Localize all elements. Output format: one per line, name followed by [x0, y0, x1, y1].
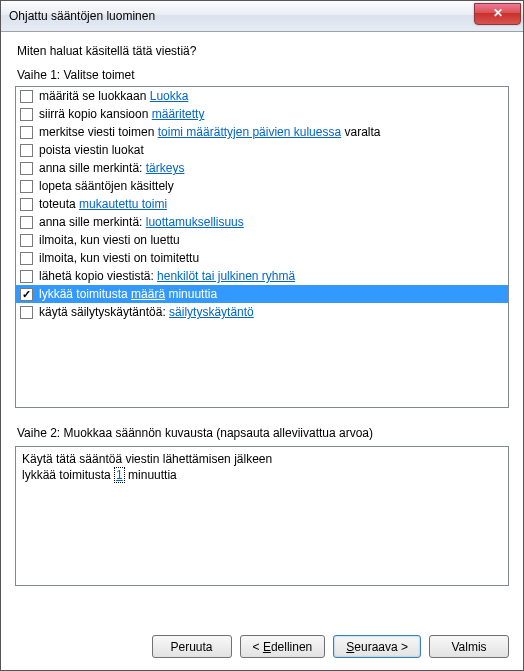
action-checkbox[interactable]: [20, 180, 33, 193]
dialog-window: Ohjattu sääntöjen luominen ✕ Miten halua…: [0, 0, 524, 671]
action-checkbox[interactable]: [20, 126, 33, 139]
action-label-pre: lähetä kopio viestistä:: [39, 269, 157, 283]
action-label-pre: lykkää toimitusta: [39, 287, 131, 301]
action-label-link[interactable]: säilytyskäytäntö: [169, 305, 254, 319]
action-label-link[interactable]: luottamuksellisuus: [146, 215, 244, 229]
action-label-post: minuuttia: [165, 287, 217, 301]
description-line-2: lykkää toimitusta 1 minuuttia: [22, 467, 502, 483]
action-label: lähetä kopio viestistä: henkilöt tai jul…: [39, 269, 295, 283]
action-checkbox[interactable]: [20, 252, 33, 265]
button-row: Peruuta < Edellinen Seuraava > Valmis: [15, 627, 509, 658]
action-row[interactable]: merkitse viesti toimen toimi määrättyjen…: [16, 123, 508, 141]
action-label-pre: määritä se luokkaan: [39, 89, 150, 103]
action-label-pre: poista viestin luokat: [39, 143, 144, 157]
dialog-body: Miten haluat käsitellä tätä viestiä? Vai…: [1, 32, 523, 670]
action-label-link[interactable]: määrä: [131, 287, 165, 301]
close-icon: ✕: [493, 6, 503, 20]
action-row[interactable]: lopeta sääntöjen käsittely: [16, 177, 508, 195]
action-label: ilmoita, kun viesti on luettu: [39, 233, 180, 247]
action-label: määritä se luokkaan Luokka: [39, 89, 188, 103]
action-label-link[interactable]: toimi määrättyjen päivien kuluessa: [158, 125, 341, 139]
action-checkbox[interactable]: [20, 270, 33, 283]
action-label: siirrä kopio kansioon määritetty: [39, 107, 204, 121]
action-label-pre: lopeta sääntöjen käsittely: [39, 179, 174, 193]
action-checkbox[interactable]: [20, 198, 33, 211]
back-button[interactable]: < Edellinen: [240, 635, 326, 658]
action-row[interactable]: lähetä kopio viestistä: henkilöt tai jul…: [16, 267, 508, 285]
close-button[interactable]: ✕: [474, 3, 521, 25]
action-label-pre: toteuta: [39, 197, 79, 211]
action-label-link[interactable]: mukautettu toimi: [79, 197, 167, 211]
action-label-pre: ilmoita, kun viesti on luettu: [39, 233, 180, 247]
title-bar: Ohjattu sääntöjen luominen ✕: [1, 1, 523, 32]
action-label-pre: anna sille merkintä:: [39, 161, 146, 175]
action-row[interactable]: ilmoita, kun viesti on luettu: [16, 231, 508, 249]
desc-line2-pre: lykkää toimitusta: [22, 468, 114, 482]
action-checkbox[interactable]: [20, 144, 33, 157]
action-label: ilmoita, kun viesti on toimitettu: [39, 251, 199, 265]
action-label-link[interactable]: tärkeys: [146, 161, 185, 175]
action-row[interactable]: ilmoita, kun viesti on toimitettu: [16, 249, 508, 267]
action-label: käytä säilytyskäytäntöä: säilytyskäytänt…: [39, 305, 254, 319]
action-checkbox[interactable]: [20, 162, 33, 175]
desc-line2-post: minuuttia: [125, 468, 177, 482]
action-label: lykkää toimitusta määrä minuuttia: [39, 287, 217, 301]
action-label-pre: ilmoita, kun viesti on toimitettu: [39, 251, 199, 265]
spacer: [15, 586, 509, 627]
desc-delay-value-link[interactable]: 1: [114, 467, 125, 483]
action-label: toteuta mukautettu toimi: [39, 197, 167, 211]
action-row[interactable]: anna sille merkintä: tärkeys: [16, 159, 508, 177]
action-label-link[interactable]: Luokka: [150, 89, 189, 103]
prompt-text: Miten haluat käsitellä tätä viestiä?: [17, 44, 509, 58]
step2-label: Vaihe 2: Muokkaa säännön kuvausta (napsa…: [17, 426, 509, 440]
action-checkbox[interactable]: [20, 306, 33, 319]
action-label-post: varalta: [341, 125, 380, 139]
finish-button[interactable]: Valmis: [429, 635, 509, 658]
description-line-1: Käytä tätä sääntöä viestin lähettämisen …: [22, 451, 502, 467]
desc-delay-value: 1: [114, 467, 125, 483]
action-row[interactable]: toteuta mukautettu toimi: [16, 195, 508, 213]
action-checkbox[interactable]: [20, 90, 33, 103]
action-row[interactable]: siirrä kopio kansioon määritetty: [16, 105, 508, 123]
actions-listbox[interactable]: määritä se luokkaan Luokkasiirrä kopio k…: [15, 86, 509, 408]
action-checkbox[interactable]: [20, 288, 33, 301]
action-row[interactable]: määritä se luokkaan Luokka: [16, 87, 508, 105]
step1-label: Vaihe 1: Valitse toimet: [17, 68, 509, 82]
action-label-pre: siirrä kopio kansioon: [39, 107, 152, 121]
action-label-link[interactable]: henkilöt tai julkinen ryhmä: [157, 269, 295, 283]
action-checkbox[interactable]: [20, 234, 33, 247]
next-button[interactable]: Seuraava >: [333, 635, 421, 658]
action-row[interactable]: poista viestin luokat: [16, 141, 508, 159]
action-checkbox[interactable]: [20, 108, 33, 121]
action-label-pre: merkitse viesti toimen: [39, 125, 158, 139]
description-box: Käytä tätä sääntöä viestin lähettämisen …: [15, 446, 509, 586]
action-label: merkitse viesti toimen toimi määrättyjen…: [39, 125, 380, 139]
action-label-pre: käytä säilytyskäytäntöä:: [39, 305, 169, 319]
action-row[interactable]: käytä säilytyskäytäntöä: säilytyskäytänt…: [16, 303, 508, 321]
action-label-link[interactable]: määritetty: [152, 107, 205, 121]
window-title: Ohjattu sääntöjen luominen: [9, 9, 474, 23]
action-row[interactable]: lykkää toimitusta määrä minuuttia: [16, 285, 508, 303]
action-label: anna sille merkintä: tärkeys: [39, 161, 184, 175]
action-checkbox[interactable]: [20, 216, 33, 229]
action-label-pre: anna sille merkintä:: [39, 215, 146, 229]
cancel-button[interactable]: Peruuta: [152, 635, 232, 658]
action-label: poista viestin luokat: [39, 143, 144, 157]
action-label: lopeta sääntöjen käsittely: [39, 179, 174, 193]
action-row[interactable]: anna sille merkintä: luottamuksellisuus: [16, 213, 508, 231]
action-label: anna sille merkintä: luottamuksellisuus: [39, 215, 244, 229]
